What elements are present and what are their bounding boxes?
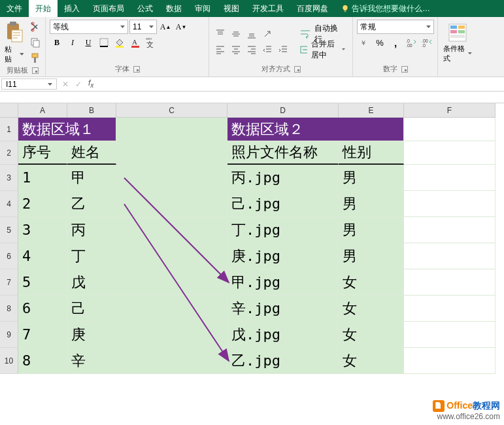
- name-box[interactable]: I11: [1, 78, 57, 90]
- row-head-5[interactable]: 5: [0, 217, 18, 243]
- cell-f8[interactable]: [404, 296, 496, 322]
- r1-cell-5-1[interactable]: 己: [67, 296, 116, 322]
- font-color-button[interactable]: A: [128, 35, 143, 50]
- bold-button[interactable]: B: [50, 35, 64, 50]
- r1-cell-1-0[interactable]: 2: [18, 191, 67, 217]
- cell-c2[interactable]: [116, 141, 227, 165]
- r1-cell-2-0[interactable]: 3: [18, 217, 67, 243]
- r2-cell-2-1[interactable]: 男: [339, 217, 404, 243]
- cell-f7[interactable]: [404, 269, 496, 296]
- r2-cell-3-1[interactable]: 男: [339, 243, 404, 269]
- align-center-button[interactable]: [229, 42, 243, 57]
- row-head-3[interactable]: 3: [0, 165, 18, 191]
- cell-c1[interactable]: [116, 118, 227, 141]
- r2-cell-0-1[interactable]: 男: [339, 165, 404, 191]
- r2-cell-1-1[interactable]: 男: [339, 191, 404, 217]
- cell-c4[interactable]: [116, 191, 227, 217]
- number-launcher[interactable]: [401, 66, 408, 73]
- row-head-10[interactable]: 10: [0, 348, 18, 374]
- cut-button[interactable]: [28, 20, 42, 34]
- menu-view[interactable]: 视图: [217, 0, 246, 17]
- r2-cell-5-0[interactable]: 辛.jpg: [227, 296, 339, 322]
- r1-cell-4-0[interactable]: 5: [18, 269, 67, 296]
- menu-review[interactable]: 审阅: [188, 0, 217, 17]
- phonetic-button[interactable]: wén文: [144, 35, 158, 50]
- row-head-6[interactable]: 6: [0, 243, 18, 269]
- number-format-combo[interactable]: 常规: [357, 20, 434, 34]
- cell-f1[interactable]: [404, 118, 496, 141]
- formula-input[interactable]: [97, 77, 504, 91]
- col-head-B[interactable]: B: [67, 103, 116, 118]
- cell-c5[interactable]: [116, 217, 227, 243]
- merge-center-button[interactable]: 合并后居中: [297, 42, 348, 57]
- r2-cell-4-1[interactable]: 女: [339, 269, 404, 296]
- copy-button[interactable]: [28, 35, 42, 50]
- r2-cell-6-1[interactable]: 女: [339, 322, 404, 348]
- menu-devtools[interactable]: 开发工具: [246, 0, 290, 17]
- underline-button[interactable]: U: [81, 35, 95, 50]
- col-head-E[interactable]: E: [339, 103, 404, 118]
- cell-c10[interactable]: [116, 348, 227, 374]
- menu-home[interactable]: 开始: [29, 0, 58, 17]
- cell-c7[interactable]: [116, 269, 227, 296]
- r1-cell-0-0[interactable]: 1: [18, 165, 67, 191]
- cell-f5[interactable]: [404, 217, 496, 243]
- r2-cell-7-0[interactable]: 乙.jpg: [227, 348, 339, 374]
- r2-cell-4-0[interactable]: 甲.jpg: [227, 269, 339, 296]
- r1-cell-3-0[interactable]: 4: [18, 243, 67, 269]
- r1-cell-1-1[interactable]: 乙: [67, 191, 116, 217]
- decrease-indent-button[interactable]: [260, 42, 275, 57]
- increase-font-button[interactable]: A▲: [158, 20, 173, 34]
- align-right-button[interactable]: [244, 42, 259, 57]
- row-head-7[interactable]: 7: [0, 269, 18, 296]
- tell-me-box[interactable]: 告诉我您想要做什么…: [335, 0, 437, 17]
- cell-f9[interactable]: [404, 322, 496, 348]
- percent-button[interactable]: %: [373, 35, 387, 50]
- fx-icon[interactable]: fx: [88, 78, 93, 89]
- increase-decimal-button[interactable]: .0.00: [404, 35, 418, 50]
- r1-cell-2-1[interactable]: 丙: [67, 217, 116, 243]
- r2-cell-0-0[interactable]: 丙.jpg: [227, 165, 339, 191]
- menu-file[interactable]: 文件: [0, 0, 29, 17]
- align-left-button[interactable]: [213, 42, 227, 57]
- row-head-9[interactable]: 9: [0, 322, 18, 348]
- r1-cell-7-0[interactable]: 8: [18, 348, 67, 374]
- col-head-A[interactable]: A: [18, 103, 67, 118]
- paste-button[interactable]: 粘贴: [3, 20, 25, 65]
- r1-cell-7-1[interactable]: 辛: [67, 348, 116, 374]
- row-head-8[interactable]: 8: [0, 296, 18, 322]
- increase-indent-button[interactable]: [276, 42, 290, 57]
- col-head-C[interactable]: C: [116, 103, 227, 118]
- align-bottom-button[interactable]: [244, 27, 259, 41]
- orientation-button[interactable]: [260, 27, 275, 41]
- r1-cell-6-1[interactable]: 庚: [67, 322, 116, 348]
- r2-cell-5-1[interactable]: 女: [339, 296, 404, 322]
- r2-cell-2-0[interactable]: 丁.jpg: [227, 217, 339, 243]
- cell-c9[interactable]: [116, 322, 227, 348]
- italic-button[interactable]: I: [65, 35, 80, 50]
- row-head-2[interactable]: 2: [0, 141, 18, 165]
- r1-cell-6-0[interactable]: 7: [18, 322, 67, 348]
- menu-pagelayout[interactable]: 页面布局: [86, 0, 131, 17]
- font-size-combo[interactable]: 11: [129, 20, 157, 34]
- r2-cell-6-0[interactable]: 戊.jpg: [227, 322, 339, 348]
- cell-f6[interactable]: [404, 243, 496, 269]
- format-painter-button[interactable]: [28, 51, 42, 65]
- r1-cell-0-1[interactable]: 甲: [67, 165, 116, 191]
- border-button[interactable]: [97, 35, 111, 50]
- cell-f2[interactable]: [404, 141, 496, 165]
- cell-f3[interactable]: [404, 165, 496, 191]
- align-top-button[interactable]: [213, 27, 227, 41]
- col-head-D[interactable]: D: [227, 103, 339, 118]
- cell-f10[interactable]: [404, 348, 496, 374]
- accounting-button[interactable]: ￥: [357, 35, 371, 50]
- r1-cell-4-1[interactable]: 戊: [67, 269, 116, 296]
- font-name-combo[interactable]: 等线: [50, 20, 128, 34]
- confirm-icon[interactable]: ✓: [75, 80, 82, 89]
- align-middle-button[interactable]: [229, 27, 243, 41]
- cell-f4[interactable]: [404, 191, 496, 217]
- row-head-1[interactable]: 1: [0, 118, 18, 141]
- decrease-font-button[interactable]: A▼: [174, 20, 188, 34]
- r2-cell-7-1[interactable]: 女: [339, 348, 404, 374]
- grid[interactable]: ABCDEF1数据区域１数据区域２2序号姓名照片文件名称性别31甲丙.jpg男4…: [0, 103, 504, 374]
